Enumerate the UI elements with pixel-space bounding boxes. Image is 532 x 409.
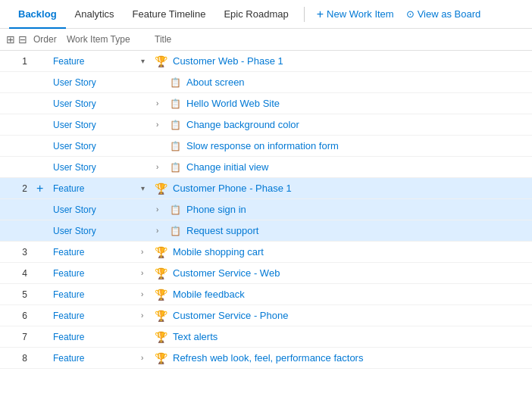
new-work-item-button[interactable]: + New Work Item [311, 0, 400, 29]
feature-icon: 🏆 [155, 55, 167, 67]
view-as-board-button[interactable]: ⊙ View as Board [400, 0, 487, 29]
table-row[interactable]: User Story📋About screen [0, 72, 532, 93]
expand-chevron-icon[interactable]: ▾ [141, 57, 150, 65]
item-title-text[interactable]: Slow response on information form [186, 140, 339, 151]
table-row[interactable]: User Story›📋Change background color [0, 114, 532, 136]
column-type-header: Work Item Type [64, 34, 155, 45]
cell-order: 1 [6, 56, 36, 67]
expand-collapse-controls[interactable]: ⊞ ⊟ [6, 33, 27, 45]
cell-work-item-type: User Story [50, 226, 141, 236]
cell-title: ›🏆Refresh web look, feel, performance fa… [141, 352, 526, 364]
board-icon: ⊙ [406, 8, 415, 20]
expand-all-icon[interactable]: ⊞ [6, 33, 15, 45]
cell-work-item-type: Feature [50, 353, 141, 364]
table-row[interactable]: User Story›📋Request support [0, 220, 532, 242]
table-row[interactable]: 6Feature›🏆Customer Service - Phone [0, 305, 532, 326]
cell-work-item-type: User Story [50, 77, 141, 88]
collapse-chevron-icon[interactable]: › [141, 354, 150, 362]
collapse-chevron-icon[interactable]: › [141, 248, 150, 256]
item-title-text[interactable]: Change initial view [186, 161, 268, 173]
collapse-chevron-icon[interactable]: › [156, 163, 165, 171]
cell-work-item-type: Feature [50, 247, 141, 258]
collapse-all-icon[interactable]: ⊟ [18, 33, 27, 45]
story-icon: 📋 [170, 141, 181, 151]
cell-work-item-type: Feature [50, 268, 141, 279]
add-row-button[interactable]: + [36, 182, 49, 195]
table-row[interactable]: 8Feature›🏆Refresh web look, feel, perfor… [0, 348, 532, 369]
cell-title: ›📋Change background color [141, 119, 526, 130]
item-title-text[interactable]: Refresh web look, feel, performance fact… [173, 352, 363, 364]
story-icon: 📋 [170, 226, 181, 236]
table-row[interactable]: User Story›📋Hello World Web Site [0, 93, 532, 114]
table-row[interactable]: User Story📋Slow response on information … [0, 136, 532, 157]
item-title-text[interactable]: Hello World Web Site [186, 98, 280, 109]
new-work-item-label: New Work Item [327, 8, 394, 20]
collapse-chevron-icon[interactable]: › [141, 311, 150, 320]
item-title-text[interactable]: About screen [186, 76, 245, 88]
cell-order: 3 [6, 247, 36, 258]
item-title-text[interactable]: Mobile feedback [173, 289, 245, 300]
story-icon: 📋 [170, 98, 181, 109]
collapse-chevron-icon[interactable]: › [156, 226, 165, 235]
table-row[interactable]: 5Feature›🏆Mobile feedback [0, 284, 532, 305]
collapse-chevron-icon[interactable]: › [141, 269, 150, 277]
item-title-text[interactable]: Change background color [186, 119, 299, 130]
view-as-board-label: View as Board [418, 8, 481, 20]
collapse-chevron-icon[interactable]: › [156, 205, 165, 214]
table-row[interactable]: 4Feature›🏆Customer Service - Web [0, 263, 532, 284]
table-row[interactable]: 7Feature🏆Text alerts [0, 326, 532, 348]
expand-chevron-icon[interactable]: ▾ [141, 184, 150, 192]
feature-icon: 🏆 [155, 352, 167, 364]
cell-order: 5 [6, 289, 36, 300]
feature-icon: 🏆 [155, 183, 167, 195]
column-title-header: Title [155, 34, 526, 45]
collapse-chevron-icon[interactable]: › [141, 290, 150, 298]
column-order-header: Order [33, 34, 64, 45]
table-row[interactable]: User Story›📋Change initial view [0, 157, 532, 178]
collapse-chevron-icon[interactable]: › [156, 99, 165, 108]
story-icon: 📋 [170, 162, 181, 173]
tab-analytics[interactable]: Analytics [66, 0, 124, 29]
cell-order: 8 [6, 353, 36, 364]
story-icon: 📋 [170, 204, 181, 215]
item-title-text[interactable]: Text alerts [173, 331, 217, 342]
cell-work-item-type: User Story [50, 141, 141, 151]
feature-icon: 🏆 [155, 331, 167, 343]
plus-icon: + [317, 8, 324, 21]
tab-epic-roadmap[interactable]: Epic Roadmap [214, 0, 297, 29]
table-row[interactable]: 1Feature▾🏆Customer Web - Phase 1 [0, 51, 532, 72]
item-title-text[interactable]: Request support [186, 225, 258, 236]
collapse-chevron-icon[interactable]: › [156, 120, 165, 129]
cell-work-item-type: Feature [50, 56, 141, 67]
feature-icon: 🏆 [155, 310, 167, 322]
feature-icon: 🏆 [155, 267, 167, 279]
item-title-text[interactable]: Customer Web - Phase 1 [173, 55, 283, 67]
table-row[interactable]: 2+Feature▾🏆Customer Phone - Phase 1 [0, 178, 532, 199]
cell-title: ▾🏆Customer Phone - Phase 1 [141, 183, 526, 195]
item-title-text[interactable]: Customer Service - Web [173, 267, 280, 279]
item-title-text[interactable]: Phone sign in [186, 204, 246, 215]
cell-title: ▾🏆Customer Web - Phase 1 [141, 55, 526, 67]
tab-backlog[interactable]: Backlog [9, 0, 66, 29]
cell-title: ›📋Request support [141, 225, 526, 236]
top-navigation: Backlog Analytics Feature Timeline Epic … [0, 0, 532, 29]
tab-feature-timeline[interactable]: Feature Timeline [124, 0, 215, 29]
table-row[interactable]: 3Feature›🏆Mobile shopping cart [0, 242, 532, 263]
table-row[interactable]: User Story›📋Phone sign in [0, 199, 532, 220]
cell-title: ›🏆Customer Service - Web [141, 267, 526, 279]
item-title-text[interactable]: Customer Phone - Phase 1 [173, 183, 292, 194]
cell-title: ›📋Phone sign in [141, 204, 526, 215]
cell-work-item-type: User Story [50, 120, 141, 130]
item-title-text[interactable]: Customer Service - Phone [173, 310, 288, 321]
cell-title: ›🏆Customer Service - Phone [141, 310, 526, 322]
cell-work-item-type: Feature [50, 311, 141, 321]
item-title-text[interactable]: Mobile shopping cart [173, 246, 264, 258]
cell-work-item-type: Feature [50, 183, 141, 194]
cell-order: 6 [6, 311, 36, 321]
cell-work-item-type: Feature [50, 289, 141, 300]
cell-work-item-type: User Story [50, 204, 141, 215]
story-icon: 📋 [170, 120, 181, 130]
cell-title: 📋About screen [141, 76, 526, 88]
cell-order: 4 [6, 268, 36, 279]
feature-icon: 🏆 [155, 289, 167, 301]
